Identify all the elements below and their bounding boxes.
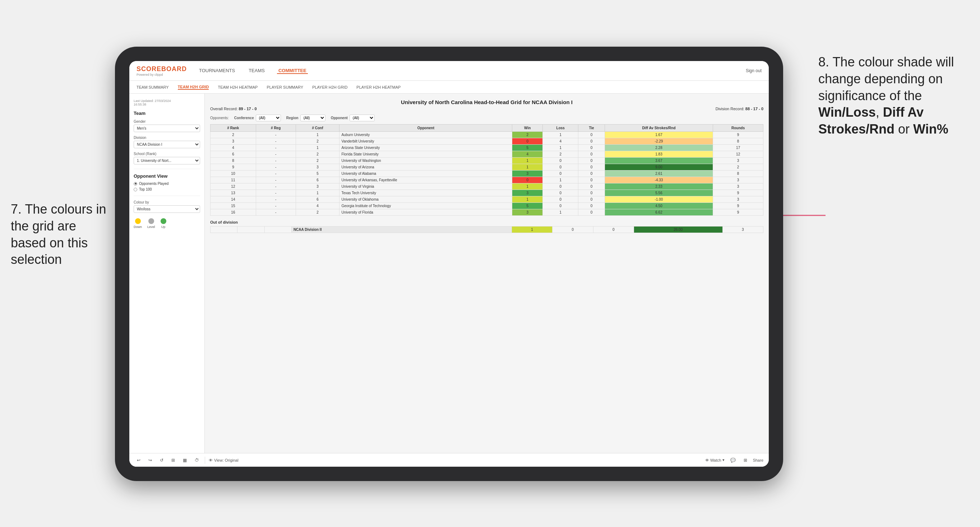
copy-btn[interactable]: ⊞ — [169, 457, 177, 464]
cell-loss: 1 — [543, 132, 578, 138]
cell-rank: 13 — [210, 190, 256, 196]
nav-link-tournaments[interactable]: TOURNAMENTS — [197, 68, 236, 74]
nav-link-committee[interactable]: COMMITTEE — [277, 68, 308, 74]
division-select[interactable]: NCAA Division I — [134, 141, 200, 148]
cell-tie: 0 — [578, 164, 605, 170]
opponent-select[interactable]: (All) — [350, 114, 375, 121]
cell-conf: 3 — [296, 164, 339, 170]
cell-loss: 0 — [543, 203, 578, 209]
cell-win: 5 — [512, 144, 543, 151]
subnav-team-h2h-grid[interactable]: TEAM H2H GRID — [178, 85, 209, 90]
sign-out[interactable]: Sign out — [746, 68, 762, 73]
reset-btn[interactable]: ↺ — [158, 457, 165, 464]
col-reg: # Reg — [256, 125, 296, 132]
cell-rounds: 9 — [713, 190, 764, 196]
table-row: 6 - 2 Florida State University 4 2 0 1.8… — [210, 151, 764, 157]
subnav-team-summary[interactable]: TEAM SUMMARY — [137, 85, 169, 89]
legend-level: Level — [147, 218, 155, 229]
opponent-filter: Opponent (All) — [331, 114, 375, 121]
watch-btn[interactable]: 👁 Watch ▾ — [705, 458, 725, 462]
last-updated: Last Updated: 27/03/2024 16:55:38 — [134, 99, 200, 106]
cell-rank: 3 — [210, 138, 256, 144]
radio-top100[interactable]: Top 100 — [134, 187, 200, 191]
conference-select[interactable]: (All) — [256, 114, 281, 121]
undo-btn[interactable]: ↩ — [135, 457, 143, 464]
view-original[interactable]: 👁 View: Original — [209, 458, 239, 462]
bottom-toolbar: ↩ ↪ ↺ ⊞ ▦ ⏱ 👁 View: Original 👁 Watch ▾ 💬… — [129, 453, 769, 467]
grid-records: Overall Record: 89 - 17 - 0 Division Rec… — [210, 106, 764, 111]
gender-select[interactable]: Men's — [134, 125, 200, 132]
cell-conf: 3 — [296, 183, 339, 190]
cell-diff: 2.33 — [605, 183, 713, 190]
colour-by-select[interactable]: Win/loss — [134, 205, 200, 213]
radio-dot-opponents — [134, 182, 137, 186]
opponent-view-title: Opponent View — [134, 173, 200, 179]
subnav-player-h2h-heatmap[interactable]: PLAYER H2H HEATMAP — [356, 85, 401, 89]
od-loss: 0 — [552, 227, 593, 233]
opponent-label: Opponent — [331, 116, 348, 120]
toolbar-sep-1 — [205, 457, 205, 464]
cell-opponent: Arizona State University — [339, 144, 512, 151]
comment-btn[interactable]: 💬 — [728, 457, 738, 464]
cell-loss: 2 — [543, 151, 578, 157]
school-select[interactable]: 1. University of Nort... — [134, 157, 200, 164]
annotation-right: 8. The colour shade will change dependin… — [818, 54, 969, 138]
table-row: 9 - 3 University of Arizona 1 0 0 9.00 2 — [210, 164, 764, 170]
gender-label: Gender — [134, 119, 200, 124]
cell-opponent: University of Oklahoma — [339, 196, 512, 203]
subnav-player-summary[interactable]: PLAYER SUMMARY — [267, 85, 303, 89]
cell-win: 0 — [512, 138, 543, 144]
cell-conf: 2 — [296, 209, 339, 216]
cell-win: 4 — [512, 151, 543, 157]
cell-tie: 0 — [578, 157, 605, 164]
clock-btn[interactable]: ⏱ — [192, 457, 201, 464]
cell-tie: 0 — [578, 177, 605, 183]
cell-conf: 4 — [296, 203, 339, 209]
cell-tie: 0 — [578, 151, 605, 157]
cell-conf: 6 — [296, 196, 339, 203]
cell-rounds: 17 — [713, 144, 764, 151]
subnav: TEAM SUMMARY TEAM H2H GRID TEAM H2H HEAT… — [129, 81, 769, 94]
subnav-team-h2h-heatmap[interactable]: TEAM H2H HEATMAP — [218, 85, 258, 89]
cell-diff: -2.29 — [605, 138, 713, 144]
cell-loss: 1 — [543, 144, 578, 151]
table-row: 2 - 1 Auburn University 2 1 0 1.67 9 — [210, 132, 764, 138]
cell-win: 1 — [512, 196, 543, 203]
cell-loss: 1 — [543, 209, 578, 216]
col-opponent: Opponent — [339, 125, 512, 132]
layout-btn[interactable]: ▦ — [181, 457, 189, 464]
cell-win: 2 — [512, 132, 543, 138]
cell-conf: 1 — [296, 190, 339, 196]
legend-level-circle — [148, 218, 154, 224]
cell-reg: - — [256, 138, 296, 144]
cell-rank: 8 — [210, 157, 256, 164]
cell-conf: 5 — [296, 170, 339, 177]
layout2-btn[interactable]: ⊞ — [741, 457, 749, 464]
cell-win: 3 — [512, 170, 543, 177]
table-row: 8 - 2 University of Washington 1 0 0 3.6… — [210, 157, 764, 164]
share-btn[interactable]: Share — [753, 458, 764, 462]
data-table: # Rank # Reg # Conf Opponent Win Loss Ti… — [210, 124, 764, 216]
division-label: Division — [134, 136, 200, 140]
radio-opponents-played[interactable]: Opponents Played — [134, 182, 200, 186]
view-label: View: Original — [214, 458, 239, 462]
cell-opponent: University of Arkansas, Fayetteville — [339, 177, 512, 183]
cell-win: 5 — [512, 203, 543, 209]
colour-by-label: Colour by — [134, 200, 200, 204]
conference-label: Conference — [234, 116, 254, 120]
cell-rounds: 9 — [713, 132, 764, 138]
nav-link-teams[interactable]: TEAMS — [247, 68, 266, 74]
redo-btn[interactable]: ↪ — [146, 457, 154, 464]
opponents-label: Opponents: — [210, 116, 229, 120]
cell-reg: - — [256, 196, 296, 203]
cell-loss: 0 — [543, 170, 578, 177]
filter-row: Opponents: Conference (All) Region (All) — [210, 114, 764, 121]
cell-reg: - — [256, 203, 296, 209]
cell-conf: 2 — [296, 138, 339, 144]
region-select[interactable]: (All) — [300, 114, 326, 121]
cell-reg: - — [256, 144, 296, 151]
subnav-player-h2h-grid[interactable]: PLAYER H2H GRID — [312, 85, 347, 89]
cell-opponent: Vanderbilt University — [339, 138, 512, 144]
cell-reg: - — [256, 190, 296, 196]
cell-diff: 2.28 — [605, 144, 713, 151]
